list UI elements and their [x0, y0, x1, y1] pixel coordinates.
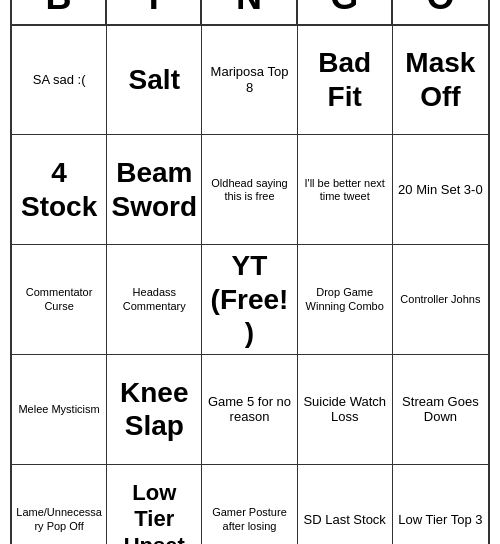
bingo-cell-13: Drop Game Winning Combo	[298, 245, 393, 355]
bingo-cell-text-18: Suicide Watch Loss	[302, 394, 388, 425]
bingo-cell-text-24: Low Tier Top 3	[398, 512, 482, 528]
header-letter-I: I	[107, 0, 202, 24]
bingo-cell-16: Knee Slap	[107, 355, 202, 465]
bingo-card: BINGO SA sad :(SaltMariposa Top 8Bad Fit…	[10, 0, 490, 544]
bingo-cell-text-5: 4 Stock	[16, 156, 102, 223]
bingo-cell-5: 4 Stock	[12, 135, 107, 245]
bingo-cell-0: SA sad :(	[12, 26, 107, 136]
header-letter-G: G	[298, 0, 393, 24]
bingo-header: BINGO	[12, 0, 488, 26]
bingo-grid: SA sad :(SaltMariposa Top 8Bad FitMask O…	[12, 26, 488, 544]
bingo-cell-4: Mask Off	[393, 26, 488, 136]
bingo-cell-text-0: SA sad :(	[33, 72, 86, 88]
bingo-cell-3: Bad Fit	[298, 26, 393, 136]
bingo-cell-text-22: Gamer Posture after losing	[206, 506, 292, 532]
bingo-cell-text-14: Controller Johns	[400, 293, 480, 306]
bingo-cell-1: Salt	[107, 26, 202, 136]
bingo-cell-19: Stream Goes Down	[393, 355, 488, 465]
header-letter-B: B	[12, 0, 107, 24]
bingo-cell-text-7: Oldhead saying this is free	[206, 177, 292, 203]
bingo-cell-text-21: Low Tier Upset	[111, 480, 197, 544]
bingo-cell-8: I'll be better next time tweet	[298, 135, 393, 245]
bingo-cell-text-15: Melee Mysticism	[18, 403, 99, 416]
bingo-cell-text-19: Stream Goes Down	[397, 394, 484, 425]
bingo-cell-text-2: Mariposa Top 8	[206, 64, 292, 95]
bingo-cell-15: Melee Mysticism	[12, 355, 107, 465]
bingo-cell-22: Gamer Posture after losing	[202, 465, 297, 544]
bingo-cell-6: Beam Sword	[107, 135, 202, 245]
bingo-cell-text-11: Headass Commentary	[111, 286, 197, 312]
bingo-cell-21: Low Tier Upset	[107, 465, 202, 544]
bingo-cell-text-1: Salt	[129, 63, 180, 97]
bingo-cell-text-13: Drop Game Winning Combo	[302, 286, 388, 312]
bingo-cell-text-20: Lame/Unnecessary Pop Off	[16, 506, 102, 532]
bingo-cell-text-12: YT (Free!)	[206, 249, 292, 350]
bingo-cell-24: Low Tier Top 3	[393, 465, 488, 544]
header-letter-N: N	[202, 0, 297, 24]
bingo-cell-12: YT (Free!)	[202, 245, 297, 355]
bingo-cell-20: Lame/Unnecessary Pop Off	[12, 465, 107, 544]
bingo-cell-9: 20 Min Set 3-0	[393, 135, 488, 245]
bingo-cell-text-17: Game 5 for no reason	[206, 394, 292, 425]
bingo-cell-text-4: Mask Off	[397, 46, 484, 113]
bingo-cell-text-9: 20 Min Set 3-0	[398, 182, 483, 198]
bingo-cell-14: Controller Johns	[393, 245, 488, 355]
bingo-cell-18: Suicide Watch Loss	[298, 355, 393, 465]
bingo-cell-2: Mariposa Top 8	[202, 26, 297, 136]
bingo-cell-11: Headass Commentary	[107, 245, 202, 355]
bingo-cell-text-10: Commentator Curse	[16, 286, 102, 312]
bingo-cell-text-3: Bad Fit	[302, 46, 388, 113]
bingo-cell-17: Game 5 for no reason	[202, 355, 297, 465]
bingo-cell-7: Oldhead saying this is free	[202, 135, 297, 245]
bingo-cell-text-8: I'll be better next time tweet	[302, 177, 388, 203]
bingo-cell-text-6: Beam Sword	[111, 156, 197, 223]
bingo-cell-10: Commentator Curse	[12, 245, 107, 355]
bingo-cell-text-23: SD Last Stock	[304, 512, 386, 528]
header-letter-O: O	[393, 0, 488, 24]
bingo-cell-text-16: Knee Slap	[111, 376, 197, 443]
bingo-cell-23: SD Last Stock	[298, 465, 393, 544]
